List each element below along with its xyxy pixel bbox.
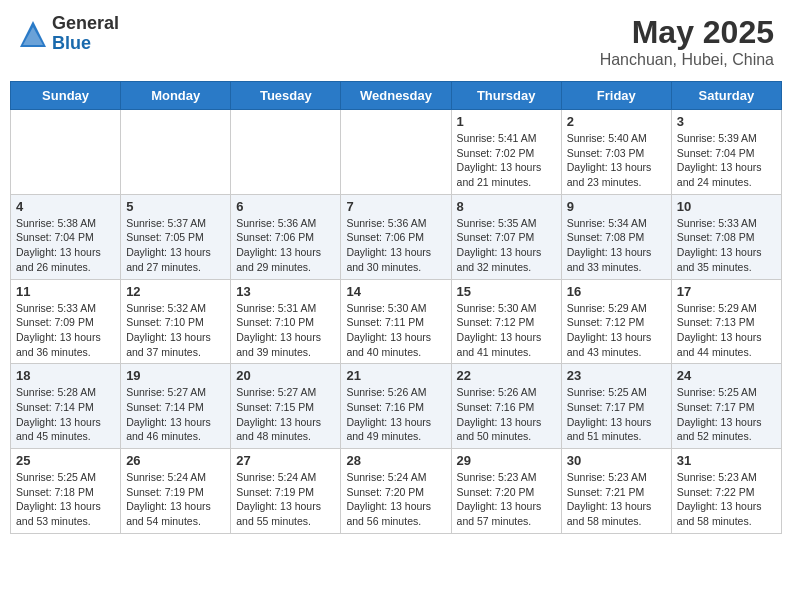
weekday-header-friday: Friday: [561, 82, 671, 110]
month-title: May 2025: [600, 14, 774, 51]
day-number: 13: [236, 284, 335, 299]
day-info: Sunrise: 5:30 AMSunset: 7:12 PMDaylight:…: [457, 301, 556, 360]
calendar-cell: 20Sunrise: 5:27 AMSunset: 7:15 PMDayligh…: [231, 364, 341, 449]
day-info: Sunrise: 5:34 AMSunset: 7:08 PMDaylight:…: [567, 216, 666, 275]
day-number: 19: [126, 368, 225, 383]
calendar-week-3: 11Sunrise: 5:33 AMSunset: 7:09 PMDayligh…: [11, 279, 782, 364]
weekday-header-tuesday: Tuesday: [231, 82, 341, 110]
calendar-cell: 24Sunrise: 5:25 AMSunset: 7:17 PMDayligh…: [671, 364, 781, 449]
calendar-cell: [11, 110, 121, 195]
day-info: Sunrise: 5:25 AMSunset: 7:17 PMDaylight:…: [567, 385, 666, 444]
day-info: Sunrise: 5:25 AMSunset: 7:18 PMDaylight:…: [16, 470, 115, 529]
calendar-cell: 13Sunrise: 5:31 AMSunset: 7:10 PMDayligh…: [231, 279, 341, 364]
weekday-header-sunday: Sunday: [11, 82, 121, 110]
calendar-week-1: 1Sunrise: 5:41 AMSunset: 7:02 PMDaylight…: [11, 110, 782, 195]
day-number: 9: [567, 199, 666, 214]
calendar-cell: 17Sunrise: 5:29 AMSunset: 7:13 PMDayligh…: [671, 279, 781, 364]
calendar-cell: 6Sunrise: 5:36 AMSunset: 7:06 PMDaylight…: [231, 194, 341, 279]
day-number: 16: [567, 284, 666, 299]
day-info: Sunrise: 5:29 AMSunset: 7:12 PMDaylight:…: [567, 301, 666, 360]
logo-text: General Blue: [52, 14, 119, 54]
calendar-cell: 28Sunrise: 5:24 AMSunset: 7:20 PMDayligh…: [341, 449, 451, 534]
calendar-cell: 16Sunrise: 5:29 AMSunset: 7:12 PMDayligh…: [561, 279, 671, 364]
day-info: Sunrise: 5:29 AMSunset: 7:13 PMDaylight:…: [677, 301, 776, 360]
day-number: 28: [346, 453, 445, 468]
page-header: General Blue May 2025 Hanchuan, Hubei, C…: [10, 10, 782, 73]
day-number: 15: [457, 284, 556, 299]
day-info: Sunrise: 5:26 AMSunset: 7:16 PMDaylight:…: [457, 385, 556, 444]
calendar-cell: 7Sunrise: 5:36 AMSunset: 7:06 PMDaylight…: [341, 194, 451, 279]
calendar-cell: 27Sunrise: 5:24 AMSunset: 7:19 PMDayligh…: [231, 449, 341, 534]
calendar-cell: [341, 110, 451, 195]
day-info: Sunrise: 5:38 AMSunset: 7:04 PMDaylight:…: [16, 216, 115, 275]
day-info: Sunrise: 5:35 AMSunset: 7:07 PMDaylight:…: [457, 216, 556, 275]
day-number: 4: [16, 199, 115, 214]
day-number: 24: [677, 368, 776, 383]
day-number: 30: [567, 453, 666, 468]
calendar-cell: [231, 110, 341, 195]
day-number: 2: [567, 114, 666, 129]
calendar-cell: 10Sunrise: 5:33 AMSunset: 7:08 PMDayligh…: [671, 194, 781, 279]
day-number: 25: [16, 453, 115, 468]
calendar-cell: 26Sunrise: 5:24 AMSunset: 7:19 PMDayligh…: [121, 449, 231, 534]
day-number: 17: [677, 284, 776, 299]
logo: General Blue: [18, 14, 119, 54]
calendar-cell: 8Sunrise: 5:35 AMSunset: 7:07 PMDaylight…: [451, 194, 561, 279]
weekday-header-saturday: Saturday: [671, 82, 781, 110]
day-number: 21: [346, 368, 445, 383]
day-info: Sunrise: 5:24 AMSunset: 7:19 PMDaylight:…: [126, 470, 225, 529]
day-number: 23: [567, 368, 666, 383]
day-info: Sunrise: 5:40 AMSunset: 7:03 PMDaylight:…: [567, 131, 666, 190]
calendar-cell: 3Sunrise: 5:39 AMSunset: 7:04 PMDaylight…: [671, 110, 781, 195]
calendar-cell: 29Sunrise: 5:23 AMSunset: 7:20 PMDayligh…: [451, 449, 561, 534]
calendar-cell: [121, 110, 231, 195]
calendar-cell: 25Sunrise: 5:25 AMSunset: 7:18 PMDayligh…: [11, 449, 121, 534]
day-info: Sunrise: 5:39 AMSunset: 7:04 PMDaylight:…: [677, 131, 776, 190]
day-number: 18: [16, 368, 115, 383]
logo-blue-label: Blue: [52, 34, 119, 54]
day-number: 10: [677, 199, 776, 214]
day-info: Sunrise: 5:37 AMSunset: 7:05 PMDaylight:…: [126, 216, 225, 275]
calendar-cell: 1Sunrise: 5:41 AMSunset: 7:02 PMDaylight…: [451, 110, 561, 195]
calendar-week-5: 25Sunrise: 5:25 AMSunset: 7:18 PMDayligh…: [11, 449, 782, 534]
day-info: Sunrise: 5:31 AMSunset: 7:10 PMDaylight:…: [236, 301, 335, 360]
calendar-cell: 21Sunrise: 5:26 AMSunset: 7:16 PMDayligh…: [341, 364, 451, 449]
calendar-cell: 12Sunrise: 5:32 AMSunset: 7:10 PMDayligh…: [121, 279, 231, 364]
day-info: Sunrise: 5:26 AMSunset: 7:16 PMDaylight:…: [346, 385, 445, 444]
day-info: Sunrise: 5:25 AMSunset: 7:17 PMDaylight:…: [677, 385, 776, 444]
day-number: 3: [677, 114, 776, 129]
day-info: Sunrise: 5:23 AMSunset: 7:22 PMDaylight:…: [677, 470, 776, 529]
location-title: Hanchuan, Hubei, China: [600, 51, 774, 69]
day-info: Sunrise: 5:28 AMSunset: 7:14 PMDaylight:…: [16, 385, 115, 444]
day-number: 7: [346, 199, 445, 214]
calendar-cell: 5Sunrise: 5:37 AMSunset: 7:05 PMDaylight…: [121, 194, 231, 279]
day-number: 6: [236, 199, 335, 214]
day-info: Sunrise: 5:27 AMSunset: 7:14 PMDaylight:…: [126, 385, 225, 444]
day-number: 27: [236, 453, 335, 468]
calendar-cell: 18Sunrise: 5:28 AMSunset: 7:14 PMDayligh…: [11, 364, 121, 449]
calendar-cell: 23Sunrise: 5:25 AMSunset: 7:17 PMDayligh…: [561, 364, 671, 449]
calendar-cell: 31Sunrise: 5:23 AMSunset: 7:22 PMDayligh…: [671, 449, 781, 534]
day-number: 1: [457, 114, 556, 129]
day-number: 22: [457, 368, 556, 383]
day-number: 14: [346, 284, 445, 299]
logo-general-label: General: [52, 14, 119, 34]
weekday-header-monday: Monday: [121, 82, 231, 110]
calendar-cell: 15Sunrise: 5:30 AMSunset: 7:12 PMDayligh…: [451, 279, 561, 364]
calendar-cell: 4Sunrise: 5:38 AMSunset: 7:04 PMDaylight…: [11, 194, 121, 279]
calendar-cell: 14Sunrise: 5:30 AMSunset: 7:11 PMDayligh…: [341, 279, 451, 364]
day-number: 12: [126, 284, 225, 299]
day-number: 5: [126, 199, 225, 214]
day-number: 26: [126, 453, 225, 468]
day-info: Sunrise: 5:27 AMSunset: 7:15 PMDaylight:…: [236, 385, 335, 444]
calendar-cell: 9Sunrise: 5:34 AMSunset: 7:08 PMDaylight…: [561, 194, 671, 279]
day-number: 29: [457, 453, 556, 468]
day-info: Sunrise: 5:41 AMSunset: 7:02 PMDaylight:…: [457, 131, 556, 190]
day-number: 31: [677, 453, 776, 468]
day-info: Sunrise: 5:36 AMSunset: 7:06 PMDaylight:…: [346, 216, 445, 275]
day-number: 11: [16, 284, 115, 299]
calendar-cell: 11Sunrise: 5:33 AMSunset: 7:09 PMDayligh…: [11, 279, 121, 364]
day-number: 8: [457, 199, 556, 214]
day-info: Sunrise: 5:23 AMSunset: 7:20 PMDaylight:…: [457, 470, 556, 529]
calendar-week-4: 18Sunrise: 5:28 AMSunset: 7:14 PMDayligh…: [11, 364, 782, 449]
